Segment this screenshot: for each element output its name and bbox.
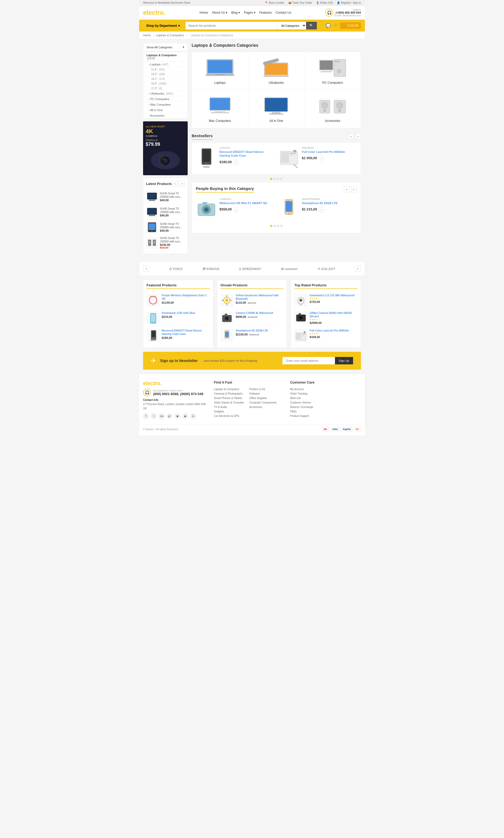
footer-link[interactable]: TV & Audio — [214, 405, 249, 409]
category-all-in-one[interactable]: All in One — [248, 90, 305, 128]
category-accesories[interactable]: Accesories — [305, 90, 361, 128]
category-pc-computers[interactable]: PC Computers — [305, 52, 361, 90]
dot-1[interactable] — [270, 178, 272, 180]
brand-galaxy[interactable]: ✦ GALAXY — [317, 267, 335, 271]
footer-link[interactable]: Order Tracking — [290, 391, 361, 396]
product-name[interactable]: Camera C430W 4k Waterproof — [236, 311, 273, 315]
brand-connect[interactable]: ⊗ connect — [281, 267, 298, 271]
product-name[interactable]: Smartphone 6S 32GB LTE — [302, 201, 357, 205]
sidebar-item-15-6[interactable]: 15.6" (2588) — [143, 82, 187, 86]
product-name[interactable]: Yellow Earphones Waterproof with Bluetoo… — [236, 294, 284, 300]
store-locator[interactable]: 📍 Store Locator — [265, 1, 284, 4]
show-all-categories-button[interactable]: Show All Categories ▾ — [143, 43, 188, 51]
nav-home[interactable]: Home — [199, 11, 208, 15]
sidebar-item-14-1[interactable]: 14.1" (173) — [143, 77, 187, 82]
product-name[interactable]: Nerocool EN52377 Dead Silence Gaming Cub… — [162, 329, 210, 336]
add-to-cart-button[interactable]: + — [233, 207, 239, 213]
nav-contact[interactable]: Contact Us — [276, 11, 291, 15]
footer-link[interactable]: Product Support — [290, 414, 361, 418]
cart-button[interactable]: 🛒 3 215,99 — [340, 22, 361, 29]
brand-yoko[interactable]: ⊙ YOKO — [169, 267, 183, 271]
product-name[interactable]: Smartwatch 2.0 LTE Wifi Waterproof — [309, 294, 354, 297]
people-buying-next[interactable]: › — [351, 187, 357, 192]
product-name[interactable]: Full Color LaserJet Pro M452dn — [309, 329, 349, 332]
flickr-icon[interactable]: ◉ — [175, 413, 180, 419]
category-laptops[interactable]: Laptops — [192, 52, 248, 90]
add-to-cart-button[interactable]: + — [319, 156, 324, 161]
footer-link[interactable]: Accesories — [249, 405, 285, 409]
add-to-cart-button[interactable]: + — [319, 207, 324, 213]
footer-link[interactable]: Wish List — [290, 396, 361, 400]
sidebar-item-laptops[interactable]: › Laptops (447) — [143, 62, 187, 67]
latest-next[interactable]: › — [179, 181, 185, 187]
product-name[interactable]: 22Mps Camera 6200U with 500GB SDcard — [309, 311, 358, 318]
footer-link[interactable]: Returns / Exchange — [290, 405, 361, 409]
nav-blog[interactable]: Blog ▾ — [231, 11, 240, 15]
brand-speedway[interactable]: § SPEEDWAY — [239, 267, 261, 271]
search-input[interactable] — [185, 22, 277, 30]
footer-link[interactable]: Computer Components — [249, 400, 285, 405]
google-plus-icon[interactable]: g+ — [167, 413, 173, 419]
sidebar-item-pc-computers[interactable]: › PC Computers — [143, 97, 187, 102]
product-name[interactable]: Powerbank 1130 mAh Blue — [162, 311, 195, 315]
facebook-icon[interactable]: f — [143, 413, 149, 419]
category-ultrabooks[interactable]: Ultrabooks — [248, 52, 305, 90]
nav-pages[interactable]: Pages ▾ — [244, 11, 255, 15]
dot-4[interactable] — [280, 225, 283, 227]
product-name[interactable]: Widescreen NX Mini F1 SMART NX — [219, 201, 274, 205]
product-name[interactable]: Nerocool EN52377 Dead Silence Gaming Cub… — [219, 150, 274, 158]
product-name[interactable]: Smartphone 6S 32GB LTE — [236, 329, 268, 332]
footer-link[interactable]: Printers & Ink — [249, 387, 285, 391]
wishlist-icon[interactable]: ♡ — [334, 23, 337, 28]
footer-link[interactable]: Laptops & Computers — [214, 387, 249, 391]
brands-prev[interactable]: ‹ — [143, 266, 149, 272]
logo[interactable]: electro. — [143, 9, 165, 16]
register-link[interactable]: 👤 Register / Sign in — [337, 1, 361, 4]
newsletter-signup-button[interactable]: Sign Up — [335, 357, 353, 364]
dot-4[interactable] — [280, 178, 283, 180]
people-buying-prev[interactable]: ‹ — [344, 187, 350, 192]
add-to-cart-button[interactable]: + — [233, 160, 239, 165]
latest-prev[interactable]: ‹ — [172, 181, 178, 187]
footer-link[interactable]: Software — [249, 391, 285, 396]
footer-link[interactable]: Cameras & Photography — [214, 391, 249, 396]
sidebar-item-all-in-one[interactable]: › All in One — [143, 107, 187, 113]
search-button[interactable]: 🔍 — [306, 22, 317, 30]
currency-selector[interactable]: 💲 Dollar (US) — [316, 1, 333, 4]
breadcrumb-laptops[interactable]: Laptops & Computers — [156, 34, 184, 37]
bestsellers-prev[interactable]: ‹ — [348, 134, 354, 139]
dot-3[interactable] — [277, 225, 279, 227]
footer-link[interactable]: Car Electronic & GPS — [214, 414, 249, 418]
rss-icon[interactable]: rss — [159, 413, 165, 419]
brand-kinova[interactable]: ⌘ KINOVA — [202, 267, 219, 271]
sidebar-item-laptops-computers[interactable]: Laptops & Computers (2078) — [143, 52, 187, 62]
track-order[interactable]: 📦 Track Your Order — [288, 1, 312, 4]
linkedin-icon[interactable]: in — [190, 413, 196, 419]
message-icon[interactable]: 💬 — [326, 23, 331, 28]
product-name[interactable]: Full Color LaserJet Pro M452dn — [302, 150, 357, 154]
sidebar-item-mac-computers[interactable]: › Mac Computers — [143, 102, 187, 107]
sidebar-item-17-3[interactable]: 17.3" (8) — [143, 86, 187, 91]
nav-about[interactable]: About Us ▾ — [212, 11, 227, 15]
newsletter-email-input[interactable] — [283, 357, 335, 364]
sidebar-item-13-3[interactable]: 13.3" (248) — [143, 72, 187, 77]
twitter-icon[interactable]: t — [151, 413, 157, 419]
sidebar-item-accesories[interactable]: › Accesories — [143, 113, 187, 119]
footer-link[interactable]: Office Supplies — [249, 396, 285, 400]
footer-link[interactable]: FAQs — [290, 409, 361, 414]
dot-1[interactable] — [270, 225, 272, 227]
sidebar-item-11-6[interactable]: 11.6" (241) — [143, 67, 187, 72]
shop-by-department-button[interactable]: Shop by Department ▾ — [143, 22, 183, 29]
dot-3[interactable] — [277, 178, 279, 180]
breadcrumb-home[interactable]: Home — [143, 34, 151, 37]
product-name[interactable]: Purple Wireless Headphones Solo 2 HD — [162, 294, 210, 300]
category-select[interactable]: All Categories — [277, 22, 306, 30]
footer-link[interactable]: Smart Phones & Tablets — [214, 396, 249, 400]
nav-features[interactable]: Features — [259, 11, 272, 15]
brands-next[interactable]: › — [355, 266, 361, 272]
footer-link[interactable]: Video Games & Consoles — [214, 400, 249, 405]
footer-link[interactable]: Gadgets — [214, 409, 249, 414]
footer-link[interactable]: My Account — [290, 387, 361, 391]
bestsellers-next[interactable]: › — [355, 134, 361, 139]
vimeo-icon[interactable]: ▶ — [182, 413, 188, 419]
